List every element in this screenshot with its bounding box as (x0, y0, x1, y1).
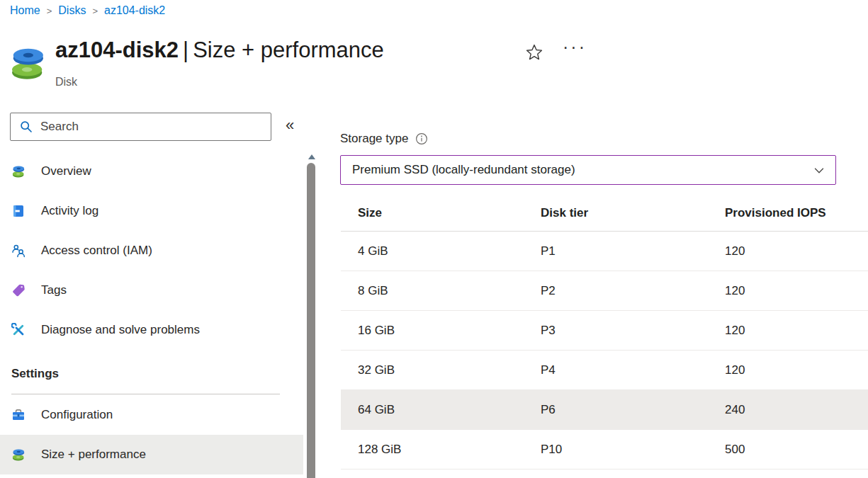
sidebar-item-activity-log[interactable]: Activity log (0, 191, 303, 231)
sidebar-menu: Overview Activity log Access control (IA… (0, 152, 303, 474)
table-row-selected[interactable]: 64 GiB P6 240 (341, 390, 868, 430)
sidebar-item-overview[interactable]: Overview (0, 152, 303, 191)
size-cell: 4 GiB (341, 244, 541, 258)
sidebar-scrollbar (306, 153, 317, 478)
activity-log-icon (11, 204, 26, 218)
disk-tier-cell: P3 (541, 324, 725, 338)
sidebar-item-tags[interactable]: Tags (0, 271, 303, 310)
disk-tier-cell: P10 (541, 443, 725, 457)
sidebar-item-label: Configuration (41, 408, 113, 422)
size-performance-table: Size Disk tier Provisioned IOPS 4 GiB P1… (341, 195, 868, 470)
sidebar-group-label: Settings (11, 367, 280, 394)
disk-icon (9, 42, 47, 84)
more-actions-icon[interactable]: ··· (563, 37, 587, 57)
sidebar-item-label: Access control (IAM) (41, 244, 152, 258)
iops-cell: 120 (725, 363, 868, 377)
iops-cell: 240 (725, 403, 868, 417)
storage-type-field-label: Storage type (340, 132, 428, 146)
table-row[interactable]: 8 GiB P2 120 (341, 271, 868, 311)
size-cell: 128 GiB (341, 443, 541, 457)
breadcrumb: Home > Disks > az104-disk2 (10, 4, 165, 17)
diagnose-icon (11, 323, 26, 337)
sidebar-search (10, 113, 271, 141)
storage-type-dropdown[interactable]: Premium SSD (locally-redundant storage) (340, 155, 836, 185)
disk-tier-cell: P4 (541, 363, 725, 377)
disk-icon (11, 164, 26, 178)
table-header-row: Size Disk tier Provisioned IOPS (341, 195, 868, 232)
column-header-size: Size (341, 206, 541, 220)
page-title: az104-disk2|Size + performance (55, 38, 384, 63)
resource-type-label: Disk (55, 76, 77, 89)
breadcrumb-current-link[interactable]: az104-disk2 (104, 4, 165, 17)
size-cell: 8 GiB (341, 284, 541, 298)
toolbox-icon (11, 408, 26, 422)
table-row[interactable]: 128 GiB P10 500 (341, 430, 868, 470)
table-row[interactable]: 32 GiB P4 120 (341, 351, 868, 390)
tag-icon (11, 283, 26, 297)
sidebar-group-settings: Settings (0, 350, 303, 395)
size-cell: 16 GiB (341, 324, 541, 338)
breadcrumb-separator: > (92, 5, 98, 16)
search-input[interactable] (10, 113, 271, 141)
sidebar-item-label: Overview (41, 164, 91, 178)
sidebar-item-label: Size + performance (41, 448, 146, 462)
chevron-down-icon (813, 164, 825, 177)
info-icon[interactable] (415, 132, 428, 145)
sidebar-item-label: Diagnose and solve problems (41, 323, 200, 337)
blade-name: Size + performance (193, 38, 384, 62)
sidebar-item-label: Activity log (41, 204, 98, 218)
star-icon[interactable] (525, 43, 543, 62)
column-header-provisioned-iops: Provisioned IOPS (725, 206, 868, 220)
iops-cell: 500 (725, 443, 868, 457)
title-separator: | (179, 38, 193, 62)
collapse-menu-icon[interactable]: « (286, 116, 294, 135)
breadcrumb-disks-link[interactable]: Disks (58, 4, 86, 17)
disk-icon (11, 448, 26, 462)
sidebar-item-size-performance[interactable]: Size + performance (0, 435, 303, 474)
iops-cell: 120 (725, 324, 868, 338)
resource-name: az104-disk2 (55, 38, 179, 62)
storage-type-label: Storage type (340, 132, 408, 146)
iops-cell: 120 (725, 244, 868, 258)
disk-tier-cell: P1 (541, 244, 725, 258)
breadcrumb-separator: > (47, 5, 52, 16)
size-cell: 64 GiB (341, 403, 541, 417)
storage-type-selected-option: Premium SSD (locally-redundant storage) (352, 163, 575, 177)
scrollbar-thumb[interactable] (307, 163, 315, 478)
sidebar-item-label: Tags (41, 283, 67, 297)
breadcrumb-home-link[interactable]: Home (10, 4, 40, 17)
iops-cell: 120 (725, 284, 868, 298)
table-row[interactable]: 16 GiB P3 120 (341, 311, 868, 351)
size-cell: 32 GiB (341, 363, 541, 377)
column-header-disk-tier: Disk tier (541, 206, 725, 220)
sidebar-item-configuration[interactable]: Configuration (0, 395, 303, 435)
sidebar-item-diagnose[interactable]: Diagnose and solve problems (0, 310, 303, 350)
disk-tier-cell: P2 (541, 284, 725, 298)
sidebar-item-access-control[interactable]: Access control (IAM) (0, 231, 303, 271)
disk-tier-cell: P6 (541, 403, 725, 417)
scrollbar-up-arrow-icon[interactable] (308, 154, 315, 159)
table-row[interactable]: 4 GiB P1 120 (341, 232, 868, 271)
access-control-icon (11, 244, 26, 258)
